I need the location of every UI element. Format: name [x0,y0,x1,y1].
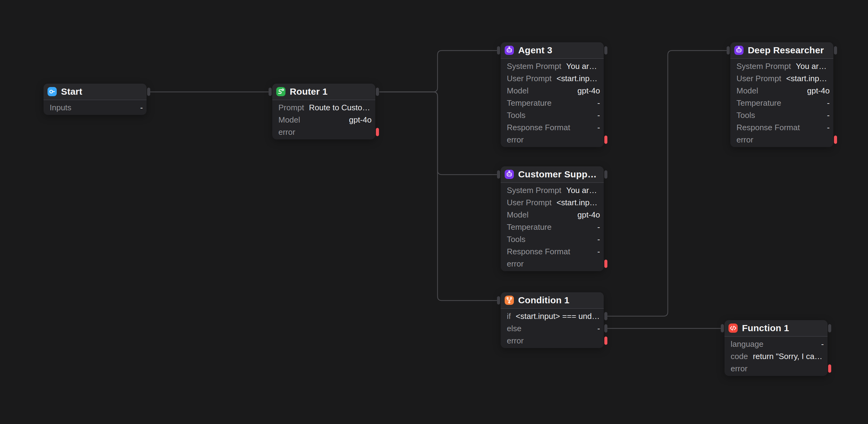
output-handle[interactable] [604,46,608,55]
flow-canvas[interactable]: Start Inputs - Router 1 Prompt [0,0,868,424]
field-row-prompt: Prompt Route to Customer Suppo... [272,101,375,113]
field-row-model: Model gpt-4o [272,113,375,126]
field-row-error: error [724,362,828,375]
node-title: Agent 3 [518,45,552,56]
input-handle[interactable] [497,170,500,178]
node-condition1-header[interactable]: Condition 1 [501,292,604,309]
field-row-error: error [501,258,604,270]
field-row-inputs: Inputs - [43,101,147,113]
node-title: Customer Support [518,169,599,180]
node-title: Deep Researcher [748,45,824,56]
field-row-error: error [501,334,604,347]
node-agent3[interactable]: Agent 3 System Prompt You are a dedicate… [501,42,604,147]
field-row-else: else - [501,322,604,334]
field-row-response-format: Response Format - [501,121,604,134]
field-row-system-prompt: System Prompt You are a dedicate... [501,60,604,72]
field-row-user-prompt: User Prompt <start.input> [730,72,833,85]
error-handle[interactable] [604,260,608,268]
output-handle[interactable] [834,46,837,55]
field-row-temperature: Temperature - [501,221,604,233]
error-handle[interactable] [376,128,379,136]
field-row-temperature: Temperature - [730,97,833,109]
output-handle[interactable] [828,324,831,332]
field-row-error: error [730,134,833,146]
route-icon [276,87,285,96]
node-customer-support-header[interactable]: Customer Support [501,166,604,183]
output-handle[interactable] [604,170,608,178]
node-title: Condition 1 [518,295,569,305]
field-row-error: error [501,134,604,146]
node-deep-researcher[interactable]: Deep Researcher System Prompt You are a … [730,42,833,147]
node-function1-header[interactable]: Function 1 [724,320,828,337]
robot-icon [505,170,514,179]
field-row-response-format: Response Format - [501,246,604,258]
code-icon [728,324,738,333]
field-row-if: if <start.input> === undefined [501,310,604,322]
node-function1[interactable]: Function 1 language - code return "Sorry… [724,320,828,376]
robot-icon [734,46,744,55]
field-row-language: language - [724,338,828,350]
node-start[interactable]: Start Inputs - [43,84,147,115]
start-icon [48,87,57,96]
edge-router1-agent3[interactable] [379,51,497,92]
field-row-model: Model gpt-4o [501,208,604,221]
node-condition1[interactable]: Condition 1 if <start.input> === undefin… [501,292,604,348]
field-row-error: error [272,126,375,138]
if-output-handle[interactable] [604,312,608,321]
error-handle[interactable] [828,365,831,373]
field-row-system-prompt: System Prompt You are a deep res... [730,60,833,72]
branch-icon [505,296,514,305]
node-router1-header[interactable]: Router 1 [272,84,375,100]
field-row-model: Model gpt-4o [730,85,833,97]
output-handle[interactable] [147,88,150,96]
robot-icon [505,46,514,55]
edge-condition1-if-researcher[interactable] [608,51,727,316]
error-handle[interactable] [834,136,837,144]
field-row-model: Model gpt-4o [501,85,604,97]
else-output-handle[interactable] [604,324,608,333]
input-handle[interactable] [721,324,724,332]
node-agent3-header[interactable]: Agent 3 [501,42,604,59]
field-row-system-prompt: System Prompt You are a professio... [501,184,604,196]
node-router1[interactable]: Router 1 Prompt Route to Customer Suppo.… [272,84,375,139]
error-handle[interactable] [604,337,608,345]
field-row-response-format: Response Format - [730,121,833,134]
field-row-tools: Tools - [501,109,604,121]
input-handle[interactable] [269,88,272,96]
field-row-user-prompt: User Prompt <start.input> [501,196,604,208]
edge-router1-condition1[interactable] [379,92,497,300]
node-start-header[interactable]: Start [43,84,147,100]
error-handle[interactable] [604,136,608,144]
node-title: Router 1 [290,87,328,97]
edge-router1-customer[interactable] [379,92,497,175]
input-handle[interactable] [727,46,730,55]
node-title: Function 1 [742,323,789,333]
node-title: Start [61,87,82,97]
field-row-temperature: Temperature - [501,97,604,109]
input-handle[interactable] [497,46,500,55]
node-customer-support[interactable]: Customer Support System Prompt You are a… [501,166,604,271]
input-handle[interactable] [497,296,500,304]
node-deep-researcher-header[interactable]: Deep Researcher [730,42,833,59]
field-row-user-prompt: User Prompt <start.input> [501,72,604,85]
field-row-tools: Tools - [501,233,604,246]
output-handle[interactable] [376,88,379,96]
field-row-tools: Tools - [730,109,833,121]
field-row-code: code return "Sorry, I can't help with ..… [724,350,828,362]
